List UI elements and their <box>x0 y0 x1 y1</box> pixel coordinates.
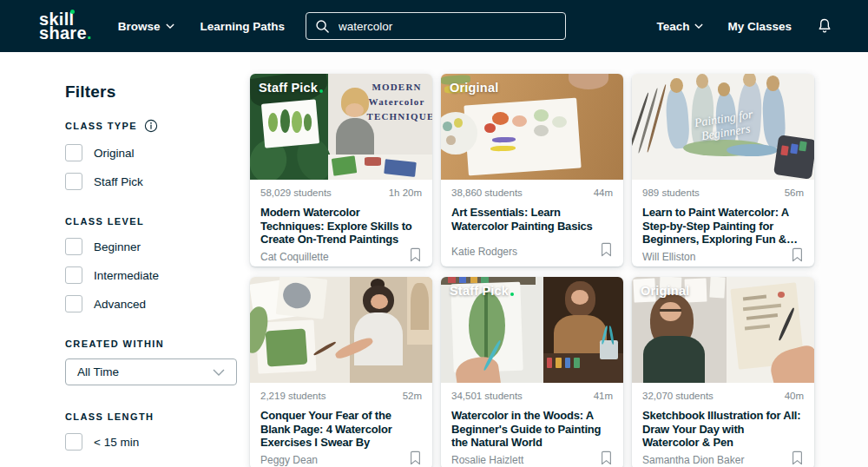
card-author: Peggy Dean <box>260 454 318 466</box>
bookmark-icon[interactable] <box>600 450 613 466</box>
card-thumbnail[interactable]: Staff Pick MODERN Watercolor TECHNIQUES <box>250 74 432 180</box>
search-input[interactable] <box>337 19 556 34</box>
card-title[interactable]: Watercolor in the Woods: A Beginner's Gu… <box>451 409 613 450</box>
class-card[interactable]: 2,219 students 52m Conquer Your Fear of … <box>250 277 432 467</box>
class-card[interactable]: Original 38,860 students 44m Art Essenti… <box>441 74 623 266</box>
my-classes-link[interactable]: My Classes <box>727 20 792 33</box>
card-duration: 40m <box>785 391 804 401</box>
thumbnail-shape <box>411 283 429 330</box>
bookmark-icon[interactable] <box>409 450 422 466</box>
card-author: Cat Coquillette <box>260 251 329 263</box>
thumbnail-shape <box>743 74 756 87</box>
thumbnail-shape <box>660 309 681 312</box>
class-type-section-label: CLASS TYPE <box>65 119 237 133</box>
search-bar[interactable] <box>306 12 566 40</box>
thumbnail-shape <box>345 103 364 117</box>
thumbnail-shape <box>492 112 509 125</box>
thumbnail-shape <box>727 144 778 157</box>
card-title[interactable]: Learn to Paint Watercolor: A Step-by-Ste… <box>642 206 804 247</box>
class-card[interactable]: Staff Pick MODERN Watercolor TECHNIQUES … <box>250 74 432 266</box>
thumbnail-shape <box>484 123 496 133</box>
my-classes-label: My Classes <box>727 20 792 33</box>
class-level-label: CLASS LEVEL <box>65 216 144 227</box>
card-thumbnail[interactable]: Painting for Beginners <box>632 74 814 180</box>
skillshare-logo[interactable]: skill share. <box>39 12 92 40</box>
checkbox-original[interactable] <box>65 144 82 161</box>
filter-option-advanced[interactable]: Advanced <box>65 295 237 312</box>
filter-option-under-15-min[interactable]: < 15 min <box>65 433 237 451</box>
badge-label: Staff Pick <box>259 81 318 95</box>
checkbox-under-15-min[interactable] <box>65 433 82 451</box>
card-thumbnail[interactable]: Original <box>632 277 814 383</box>
card-thumbnail[interactable]: Staff Pick <box>441 277 623 383</box>
bookmark-icon[interactable] <box>791 450 804 466</box>
created-within-select[interactable]: All Time <box>65 358 237 385</box>
card-title[interactable]: Conquer Your Fear of the Blank Page: 4 W… <box>260 409 422 450</box>
info-icon[interactable] <box>144 119 158 133</box>
browse-menu[interactable]: Browse <box>118 20 174 33</box>
thumbnail-shape <box>565 358 570 368</box>
card-title[interactable]: Sketchbook Illustration for All: Draw Yo… <box>642 409 804 450</box>
thumbnail-shape <box>470 277 477 283</box>
checkbox-beginner[interactable] <box>65 238 82 255</box>
badge-label: Staff Pick <box>450 284 509 298</box>
logo-green-dot-icon <box>70 10 75 14</box>
class-length-label: CLASS LENGTH <box>65 411 154 422</box>
teach-menu[interactable]: Teach <box>656 20 703 33</box>
thumbnail-shape <box>569 74 608 89</box>
bookmark-icon[interactable] <box>791 247 804 263</box>
filters-sidebar: Filters CLASS TYPE Original Staff Pick C… <box>0 52 250 467</box>
card-duration: 41m <box>594 391 613 401</box>
thumbnail-caption: MODERN Watercolor TECHNIQUES <box>366 80 426 124</box>
thumbnail-shape <box>459 277 466 283</box>
card-thumbnail[interactable] <box>250 277 432 383</box>
filter-option-original[interactable]: Original <box>65 144 237 161</box>
filter-option-beginner[interactable]: Beginner <box>65 238 237 255</box>
chevron-down-icon <box>694 23 703 29</box>
checkbox-staff-pick[interactable] <box>65 173 82 190</box>
filter-option-staff-pick[interactable]: Staff Pick <box>65 173 237 190</box>
badge-label: Original <box>641 284 689 298</box>
thumbnail-shape <box>280 109 291 133</box>
class-card[interactable]: Staff Pick 34,501 students 41m Watercolo… <box>441 277 623 467</box>
thumbnail-shape <box>331 156 357 176</box>
thumbnail-shape <box>454 118 464 128</box>
filter-option-intermediate[interactable]: Intermediate <box>65 266 237 284</box>
logo-period: . <box>87 23 92 43</box>
class-badge: Staff Pick <box>450 284 514 298</box>
bookmark-icon[interactable] <box>600 241 613 258</box>
card-author: Samantha Dion Baker <box>642 454 744 466</box>
card-title[interactable]: Modern Watercolor Techniques: Explore Sk… <box>260 206 422 247</box>
checkbox-advanced[interactable] <box>65 295 82 312</box>
checkbox-label: Original <box>94 147 135 160</box>
checkbox-label: < 15 min <box>94 436 139 449</box>
card-duration: 1h 20m <box>389 187 422 198</box>
card-author: Will Elliston <box>642 251 695 263</box>
class-card[interactable]: Original 32,070 students 40m Sketchbook … <box>632 277 814 467</box>
learning-paths-link[interactable]: Learning Paths <box>201 20 286 33</box>
thumbnail-shape <box>696 74 709 89</box>
card-students: 34,501 students <box>451 391 523 401</box>
card-students: 58,029 students <box>260 187 332 198</box>
thumbnail-shape <box>766 76 779 90</box>
thumbnail-shape <box>443 122 452 131</box>
bookmark-icon[interactable] <box>409 247 422 263</box>
class-badge: Original <box>641 284 689 298</box>
thumbnail-shape <box>547 358 552 368</box>
checkbox-intermediate[interactable] <box>65 266 82 284</box>
badge-label: Original <box>450 81 498 95</box>
thumbnail-shape <box>574 358 579 368</box>
logo-line2: share <box>39 23 87 43</box>
thumbnail-shape <box>446 135 456 145</box>
checkbox-label: Beginner <box>94 240 141 253</box>
card-thumbnail[interactable]: Original <box>441 74 623 180</box>
thumbnail-shape <box>448 277 455 283</box>
search-icon <box>315 19 330 34</box>
class-card[interactable]: Painting for Beginners 989 students 56m … <box>632 74 814 266</box>
filters-title: Filters <box>65 82 237 102</box>
notifications-bell-icon[interactable] <box>816 16 833 36</box>
chevron-down-icon <box>166 23 174 29</box>
checkbox-label: Advanced <box>94 298 146 311</box>
card-title[interactable]: Art Essentials: Learn Watercolor Paintin… <box>451 206 613 233</box>
card-duration: 44m <box>594 187 613 198</box>
